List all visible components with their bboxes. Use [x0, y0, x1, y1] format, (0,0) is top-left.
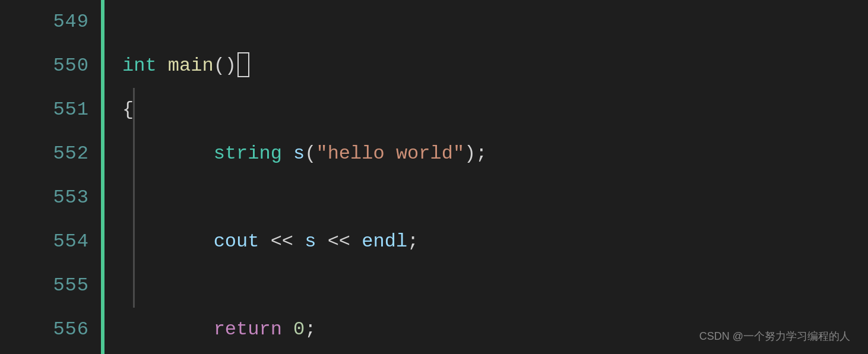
code-token: cout — [122, 220, 259, 264]
code-token — [122, 308, 214, 352]
code-line: { — [122, 88, 868, 132]
line-number: 551 — [53, 88, 89, 132]
code-token: << — [316, 220, 362, 264]
code-token: ( — [305, 132, 316, 176]
code-token: "hello world" — [316, 132, 464, 176]
code-line: } — [122, 352, 868, 354]
code-line — [122, 176, 868, 220]
code-token: string — [122, 132, 293, 176]
scope-indicator-line — [133, 88, 135, 308]
line-number: 550 — [53, 44, 89, 88]
line-number: 553 — [53, 176, 89, 220]
code-token: 0 — [293, 308, 305, 352]
code-token: main — [168, 44, 214, 88]
code-line: cout << s << endl; — [122, 220, 868, 264]
line-number: 555 — [53, 264, 89, 308]
code-token: ; — [305, 308, 316, 352]
text-cursor — [237, 52, 249, 77]
line-number: 556 — [53, 308, 89, 352]
code-token: s — [305, 220, 316, 264]
code-area: int main(){ string s("hello world"); cou… — [104, 0, 868, 354]
code-token: ); — [464, 132, 487, 176]
code-token: ; — [407, 220, 419, 264]
code-token: int — [122, 44, 168, 88]
line-number: 549 — [53, 0, 89, 44]
code-token: () — [214, 44, 236, 88]
code-line — [122, 264, 868, 308]
watermark: CSDN @一个努力学习编程的人 — [699, 329, 850, 343]
editor-container: 549550551552553554555556557558 int main(… — [0, 0, 868, 354]
line-number: 554 — [53, 220, 89, 264]
code-token: s — [293, 132, 305, 176]
code-token: } — [122, 352, 134, 354]
code-token: << — [259, 220, 305, 264]
line-numbers: 549550551552553554555556557558 — [0, 0, 101, 354]
code-line: int main() — [122, 44, 868, 88]
code-line: string s("hello world"); — [122, 132, 868, 176]
code-line — [122, 0, 868, 44]
code-token: return — [214, 308, 293, 352]
line-number: 557 — [53, 352, 89, 354]
line-number: 552 — [53, 132, 89, 176]
code-token: { — [122, 88, 134, 132]
code-token: endl — [362, 220, 407, 264]
